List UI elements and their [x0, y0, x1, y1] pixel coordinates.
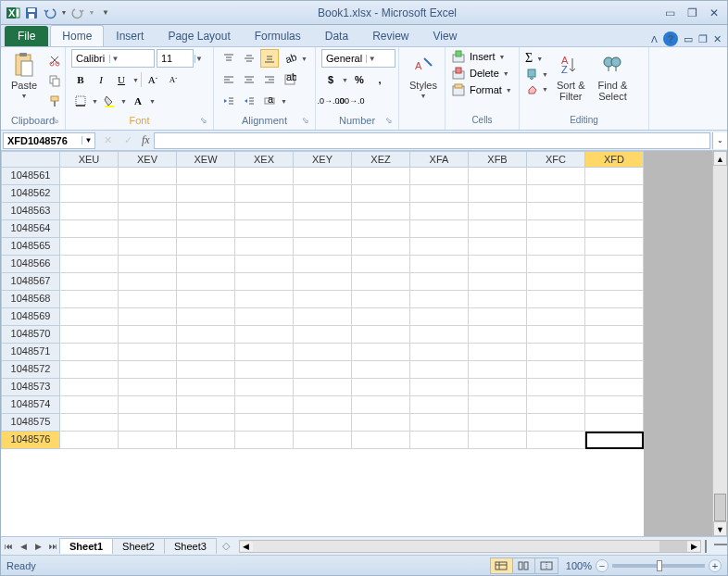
- cell[interactable]: [410, 256, 469, 273]
- align-top-button[interactable]: [220, 49, 238, 68]
- cell[interactable]: [585, 168, 644, 185]
- orientation-button[interactable]: ab: [281, 49, 299, 68]
- window-maximize-icon[interactable]: ❐: [698, 33, 708, 45]
- cell[interactable]: [469, 432, 527, 449]
- column-header[interactable]: XEZ: [352, 151, 410, 168]
- cell[interactable]: [527, 379, 585, 396]
- insert-cells-button[interactable]: Insert▼: [451, 49, 512, 64]
- cell[interactable]: [177, 344, 235, 361]
- font-color-button[interactable]: A: [129, 92, 147, 110]
- styles-button[interactable]: A Styles ▼: [405, 49, 442, 102]
- cell[interactable]: [410, 168, 469, 185]
- cell[interactable]: [352, 203, 410, 220]
- cell[interactable]: [119, 203, 177, 220]
- italic-button[interactable]: I: [92, 70, 110, 89]
- underline-dropdown[interactable]: ▼: [132, 77, 139, 83]
- font-color-dropdown[interactable]: ▼: [149, 98, 156, 105]
- tab-formulas[interactable]: Formulas: [243, 25, 313, 46]
- format-painter-button[interactable]: [45, 92, 64, 110]
- cell[interactable]: [410, 291, 469, 308]
- cell[interactable]: [119, 273, 177, 291]
- merge-dropdown[interactable]: ▼: [281, 98, 287, 105]
- decrease-decimal-button[interactable]: .00→.0: [342, 92, 360, 110]
- cell[interactable]: [235, 379, 294, 396]
- cell[interactable]: [527, 308, 585, 326]
- scroll-up-button[interactable]: ▲: [713, 151, 727, 166]
- vertical-scrollbar[interactable]: ▲ ▼: [712, 151, 727, 536]
- cell[interactable]: [119, 291, 177, 308]
- tab-insert[interactable]: Insert: [104, 25, 156, 46]
- row-header[interactable]: 1048575: [1, 414, 60, 432]
- maximize-button[interactable]: ❐: [683, 6, 701, 20]
- qat-customize-icon[interactable]: ▼: [97, 5, 114, 21]
- cell[interactable]: [352, 432, 410, 449]
- cell[interactable]: [469, 379, 527, 396]
- cell[interactable]: [585, 361, 644, 379]
- tab-view[interactable]: View: [421, 25, 470, 46]
- cell[interactable]: [352, 168, 410, 185]
- column-header[interactable]: XEY: [294, 151, 352, 168]
- row-header[interactable]: 1048568: [1, 291, 60, 308]
- cell[interactable]: [60, 168, 119, 185]
- enter-formula-icon[interactable]: ✓: [118, 134, 138, 146]
- currency-dropdown[interactable]: ▼: [342, 77, 348, 83]
- cell[interactable]: [527, 238, 585, 256]
- cell[interactable]: [410, 308, 469, 326]
- cell[interactable]: [585, 185, 644, 203]
- vsplit-handle[interactable]: [714, 544, 727, 549]
- cell[interactable]: [119, 168, 177, 185]
- cell[interactable]: [294, 185, 352, 203]
- cell[interactable]: [235, 344, 294, 361]
- cell[interactable]: [469, 291, 527, 308]
- cell[interactable]: [469, 220, 527, 238]
- merge-center-button[interactable]: a: [260, 92, 279, 110]
- cell[interactable]: [585, 220, 644, 238]
- cell[interactable]: [119, 396, 177, 414]
- cell[interactable]: [235, 432, 294, 449]
- font-size-combo[interactable]: 11▼: [157, 49, 194, 68]
- cell[interactable]: [119, 256, 177, 273]
- cell[interactable]: [294, 432, 352, 449]
- cell[interactable]: [294, 308, 352, 326]
- normal-view-button[interactable]: [491, 558, 513, 573]
- row-header[interactable]: 1048561: [1, 168, 60, 185]
- column-header[interactable]: XFA: [410, 151, 469, 168]
- cell[interactable]: [410, 379, 469, 396]
- tab-review[interactable]: Review: [360, 25, 420, 46]
- cell[interactable]: [177, 414, 235, 432]
- copy-button[interactable]: [45, 71, 64, 90]
- cell[interactable]: [352, 414, 410, 432]
- column-header[interactable]: XFD: [585, 151, 644, 168]
- redo-icon[interactable]: [69, 5, 86, 21]
- cell[interactable]: [585, 326, 644, 344]
- cell[interactable]: [119, 379, 177, 396]
- minimize-button[interactable]: ▭: [660, 6, 679, 20]
- cell[interactable]: [410, 361, 469, 379]
- increase-font-button[interactable]: Aˆ: [144, 70, 162, 89]
- percent-button[interactable]: %: [350, 70, 369, 89]
- zoom-slider[interactable]: [612, 564, 705, 568]
- cell[interactable]: [469, 326, 527, 344]
- cell[interactable]: [585, 344, 644, 361]
- cell[interactable]: [527, 361, 585, 379]
- scroll-right-button[interactable]: ▶: [687, 542, 700, 551]
- cell[interactable]: [585, 256, 644, 273]
- cell[interactable]: [527, 396, 585, 414]
- cell[interactable]: [60, 185, 119, 203]
- cell[interactable]: [469, 308, 527, 326]
- row-header[interactable]: 1048572: [1, 361, 60, 379]
- cell[interactable]: [177, 396, 235, 414]
- last-sheet-button[interactable]: ⏭: [45, 542, 60, 551]
- cell[interactable]: [294, 379, 352, 396]
- cell[interactable]: [585, 414, 644, 432]
- cell[interactable]: [294, 326, 352, 344]
- row-header[interactable]: 1048563: [1, 203, 60, 220]
- cell[interactable]: [410, 203, 469, 220]
- cell[interactable]: [410, 396, 469, 414]
- cell[interactable]: [469, 344, 527, 361]
- cell[interactable]: [294, 238, 352, 256]
- name-box[interactable]: XFD1048576▼: [3, 132, 95, 149]
- cell[interactable]: [235, 414, 294, 432]
- cell[interactable]: [527, 256, 585, 273]
- row-header[interactable]: 1048573: [1, 379, 60, 396]
